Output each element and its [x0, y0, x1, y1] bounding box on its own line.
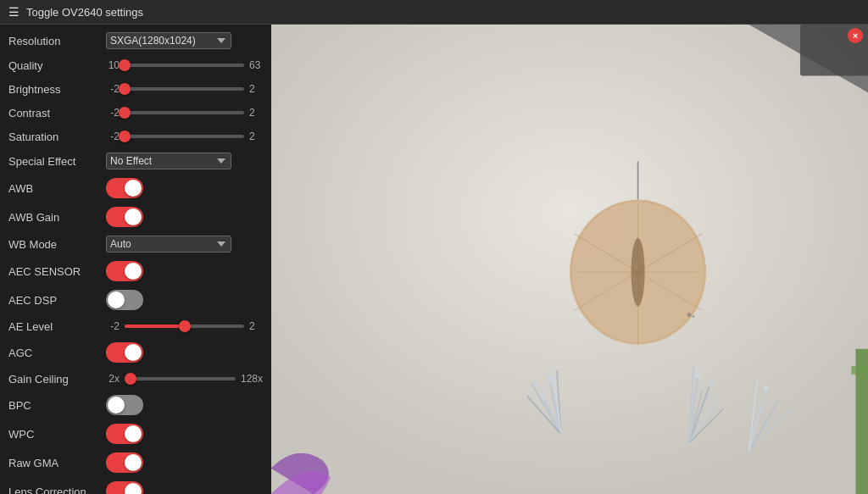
setting-label: Special Effect	[8, 155, 106, 168]
setting-label: WPC	[8, 428, 106, 441]
slider-thumb[interactable]	[119, 130, 131, 142]
setting-label: AE Level	[8, 320, 106, 333]
main-layout: ResolutionUXGA(1600x1200)SXGA(1280x1024)…	[0, 25, 868, 494]
svg-point-26	[708, 382, 713, 387]
setting-label: Brightness	[8, 83, 106, 96]
setting-row-resolution: ResolutionUXGA(1600x1200)SXGA(1280x1024)…	[0, 28, 271, 53]
slider-min-label: -2	[106, 130, 120, 142]
svg-point-8	[632, 238, 645, 307]
slider-container: -22	[106, 107, 263, 119]
header: ☰ Toggle OV2640 settings	[0, 0, 868, 25]
toggle-wpc[interactable]	[106, 424, 143, 444]
setting-row-bpc: BPC	[0, 391, 271, 419]
setting-row-wpc: WPC	[0, 419, 271, 448]
close-button[interactable]: ×	[848, 28, 863, 43]
setting-row-quality: Quality1063	[0, 53, 271, 77]
slider-track[interactable]	[125, 377, 236, 380]
slider-track[interactable]	[125, 87, 244, 91]
slider-thumb[interactable]	[125, 373, 136, 385]
slider-container: 2x128x	[106, 373, 263, 385]
setting-label: Gain Ceiling	[8, 373, 106, 386]
setting-label: AEC DSP	[8, 294, 106, 307]
setting-row-raw-gma: Raw GMA	[0, 448, 271, 477]
toggle-aec-dsp[interactable]	[106, 290, 143, 310]
svg-point-33	[693, 315, 695, 318]
toggle-awb-gain[interactable]	[106, 207, 143, 227]
slider-track[interactable]	[125, 111, 244, 114]
slider-track[interactable]	[125, 64, 244, 67]
slider-track[interactable]	[125, 325, 244, 328]
toggle-knob	[125, 425, 142, 442]
setting-row-brightness: Brightness-22	[0, 77, 271, 101]
slider-fill	[125, 325, 185, 328]
svg-point-31	[764, 386, 769, 391]
setting-label: Saturation	[8, 130, 106, 143]
menu-icon[interactable]: ☰	[8, 5, 19, 19]
slider-thumb[interactable]	[119, 59, 131, 71]
slider-thumb[interactable]	[179, 320, 191, 332]
setting-row-contrast: Contrast-22	[0, 101, 271, 125]
setting-row-agc: AGC	[0, 338, 271, 367]
slider-min-label: -2	[106, 320, 120, 332]
toggle-awb[interactable]	[106, 178, 143, 198]
toggle-knob	[108, 397, 125, 414]
setting-row-aec-dsp: AEC DSP	[0, 286, 271, 314]
toggle-knob	[108, 291, 125, 308]
svg-point-25	[694, 371, 701, 378]
toggle-aec-sensor[interactable]	[106, 261, 143, 281]
slider-min-label: 2x	[106, 373, 120, 385]
setting-label: AWB	[8, 182, 106, 195]
setting-row-ae-level: AE Level-22	[0, 314, 271, 338]
setting-row-awb-gain: AWB Gain	[0, 203, 271, 231]
toggle-bpc[interactable]	[106, 395, 143, 415]
slider-min-label: -2	[106, 107, 120, 119]
toggle-raw-gma[interactable]	[106, 452, 143, 473]
setting-label: Resolution	[8, 35, 106, 47]
setting-row-saturation: Saturation-22	[0, 125, 271, 148]
svg-rect-35	[851, 366, 868, 375]
slider-max-label: 128x	[241, 373, 263, 385]
sidebar: ResolutionUXGA(1600x1200)SXGA(1280x1024)…	[0, 25, 271, 494]
camera-image	[271, 25, 868, 494]
toggle-knob	[125, 483, 142, 494]
setting-label: AGC	[8, 347, 106, 359]
slider-container: -22	[106, 320, 263, 332]
toggle-lens-correction[interactable]	[106, 481, 143, 494]
toggle-agc[interactable]	[106, 342, 143, 363]
setting-row-awb: AWB	[0, 174, 271, 203]
toggle-knob	[125, 180, 142, 197]
slider-max-label: 2	[249, 130, 263, 142]
slider-track[interactable]	[125, 135, 244, 138]
slider-min-label: 10	[106, 59, 120, 71]
select-resolution[interactable]: UXGA(1600x1200)SXGA(1280x1024)XGA(1024x7…	[106, 32, 231, 49]
slider-max-label: 63	[249, 59, 263, 71]
slider-container: 1063	[106, 59, 263, 71]
toggle-knob	[125, 344, 142, 361]
slider-container: -22	[106, 83, 263, 95]
setting-label: Lens Correction	[8, 486, 106, 495]
slider-container: -22	[106, 130, 263, 142]
slider-thumb[interactable]	[119, 83, 131, 95]
setting-row-gain-ceiling: Gain Ceiling2x128x	[0, 367, 271, 391]
slider-thumb[interactable]	[119, 107, 131, 119]
select-wb-mode[interactable]: AutoSunnyCloudyOfficeHome	[106, 236, 231, 253]
slider-min-label: -2	[106, 83, 120, 95]
setting-label: Raw GMA	[8, 457, 106, 469]
slider-max-label: 2	[249, 107, 263, 119]
setting-label: AWB Gain	[8, 211, 106, 224]
select-special-effect[interactable]: No EffectNegativeGrayscaleRed TintGreen …	[106, 153, 231, 169]
setting-label: Quality	[8, 59, 106, 72]
toggle-knob	[125, 454, 142, 471]
setting-label: AEC SENSOR	[8, 265, 106, 278]
slider-max-label: 2	[249, 320, 263, 332]
svg-point-17	[548, 375, 554, 382]
setting-row-lens-correction: Lens Correction	[0, 477, 271, 494]
svg-point-18	[533, 382, 538, 387]
camera-feed: ×	[271, 25, 868, 494]
setting-row-special-effect: Special EffectNo EffectNegativeGrayscale…	[0, 148, 271, 174]
setting-label: Contrast	[8, 107, 106, 119]
slider-max-label: 2	[249, 83, 263, 95]
setting-label: BPC	[8, 399, 106, 412]
toggle-knob	[125, 263, 142, 280]
setting-row-aec-sensor: AEC SENSOR	[0, 257, 271, 286]
